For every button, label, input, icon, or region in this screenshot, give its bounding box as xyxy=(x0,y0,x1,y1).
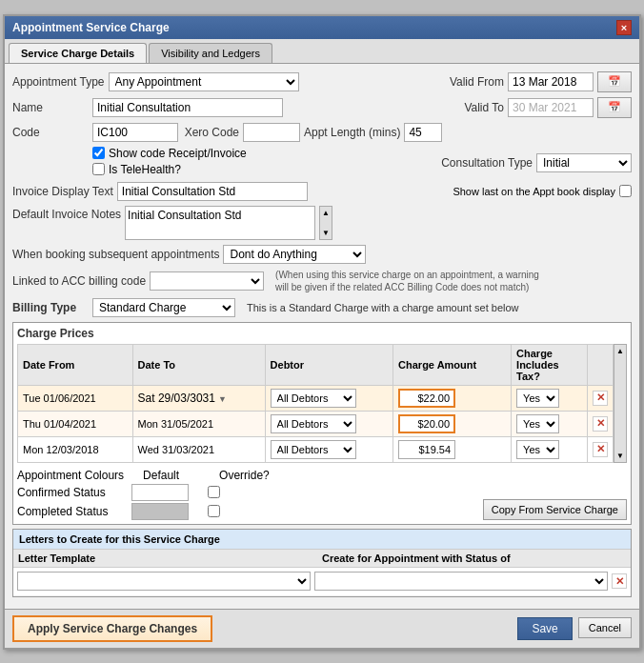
copy-from-service-charge-button[interactable]: Copy From Service Charge xyxy=(483,499,627,520)
save-button[interactable]: Save xyxy=(517,617,572,640)
row1-charge-input[interactable] xyxy=(398,389,455,408)
checkboxes-row: Show code Receipt/Invoice Is TeleHealth?… xyxy=(12,147,632,179)
charge-prices-title: Charge Prices xyxy=(17,327,627,340)
default-invoice-notes-row: Default Invoice Notes ▲ ▼ xyxy=(12,206,632,240)
xero-code-input[interactable] xyxy=(243,123,300,142)
confirmed-override-checkbox[interactable] xyxy=(208,486,220,498)
col-date-from: Date From xyxy=(18,344,133,385)
valid-to-label: Valid To xyxy=(447,101,504,114)
is-telehealth-checkbox[interactable] xyxy=(92,163,105,175)
row3-includes-tax: Yes xyxy=(512,436,588,462)
col-charge-amount: Charge Amount xyxy=(393,344,512,385)
row1-tax-select[interactable]: Yes xyxy=(516,389,559,408)
row2-tax-select[interactable]: Yes xyxy=(516,414,559,433)
completed-status-row: Completed Status xyxy=(17,503,483,520)
row3-delete: ✕ xyxy=(588,436,614,462)
row1-debtor-select[interactable]: All Debtors xyxy=(271,389,356,408)
default-col-label: Default xyxy=(143,469,200,482)
code-row: Code Xero Code Appt Length (mins) xyxy=(12,123,632,142)
show-last-appt-checkbox[interactable] xyxy=(619,185,632,197)
xero-code-label: Xero Code xyxy=(182,126,239,139)
confirmed-color-box[interactable] xyxy=(131,484,189,501)
table-row: Mon 12/03/2018 Wed 31/03/2021 All Debtor… xyxy=(18,436,614,462)
valid-from-calendar-button[interactable]: 📅 xyxy=(597,71,632,92)
footer-right-buttons: Save Cancel xyxy=(517,617,632,640)
row2-debtor-select[interactable]: All Debtors xyxy=(271,414,356,433)
letters-section-title: Letters to Create for this Service Charg… xyxy=(13,530,631,550)
footer: Apply Service Charge Changes Save Cancel xyxy=(5,609,639,648)
code-input[interactable] xyxy=(92,123,178,142)
row1-debtor: All Debtors xyxy=(265,385,393,411)
appointment-type-label: Appointment Type xyxy=(12,75,105,89)
billing-type-select[interactable]: Standard Charge xyxy=(92,298,235,317)
row2-charge-input[interactable] xyxy=(398,414,455,433)
apply-service-charge-button[interactable]: Apply Service Charge Changes xyxy=(12,615,212,642)
appointment-type-select[interactable]: Any Appointment xyxy=(109,72,299,91)
colours-left: Appointment Colours Default Override? Co… xyxy=(17,469,483,520)
letters-header: Letter Template Create for Appointment w… xyxy=(13,550,631,568)
show-code-receipt-checkbox[interactable] xyxy=(92,147,105,159)
valid-to-calendar-button[interactable]: 📅 xyxy=(597,97,632,118)
name-row: Name Valid To 📅 xyxy=(12,97,632,118)
consultation-type-label: Consultation Type xyxy=(441,156,533,170)
row2-debtor: All Debtors xyxy=(265,411,393,436)
table-row: Tue 01/06/2021 Sat 29/03/3031 ▼ All Debt… xyxy=(18,385,614,411)
linked-acc-select[interactable] xyxy=(150,271,264,291)
row2-date-from: Thu 01/04/2021 xyxy=(18,411,133,436)
row1-delete-button[interactable]: ✕ xyxy=(593,391,608,406)
when-booking-select[interactable]: Dont do Anything xyxy=(223,245,366,264)
valid-to-input[interactable] xyxy=(508,98,594,117)
row2-delete-button[interactable]: ✕ xyxy=(593,416,608,432)
valid-from-input[interactable] xyxy=(508,72,594,91)
form-content: Appointment Type Any Appointment Valid F… xyxy=(5,64,639,609)
colours-headers: Appointment Colours Default Override? xyxy=(17,469,483,482)
cancel-button[interactable]: Cancel xyxy=(578,617,632,638)
charge-table-header: Date From Date To Debtor Charge Amount C… xyxy=(18,344,614,385)
row3-debtor: All Debtors xyxy=(265,436,393,462)
is-telehealth-row: Is TeleHealth? xyxy=(92,163,422,176)
confirmed-status-row: Confirmed Status xyxy=(17,484,483,501)
linked-acc-row: Linked to ACC billing code (When using t… xyxy=(12,269,632,293)
default-invoice-notes-textarea[interactable] xyxy=(125,206,315,240)
completed-override-checkbox[interactable] xyxy=(208,505,220,517)
show-code-receipt-label: Show code Receipt/Invoice xyxy=(109,147,247,160)
name-label: Name xyxy=(12,101,89,114)
confirmed-status-label: Confirmed Status xyxy=(17,486,112,499)
tab-visibility-and-ledgers[interactable]: Visibility and Ledgers xyxy=(149,43,272,63)
sort-icon: ▼ xyxy=(218,394,227,404)
main-window: Appointment Service Charge × Service Cha… xyxy=(3,14,641,650)
consultation-type-select[interactable]: Initial xyxy=(536,153,632,172)
when-booking-label: When booking subsequent appointments xyxy=(12,248,219,261)
completed-color-box[interactable] xyxy=(131,503,189,520)
appt-colours-title: Appointment Colours xyxy=(17,469,124,482)
linked-acc-label: Linked to ACC billing code xyxy=(12,274,146,288)
invoice-display-label: Invoice Display Text xyxy=(12,185,113,198)
valid-from-label: Valid From xyxy=(447,75,504,89)
invoice-display-input[interactable] xyxy=(117,182,308,201)
row1-date-from: Tue 01/06/2021 xyxy=(18,385,133,411)
row3-charge-input[interactable] xyxy=(398,440,455,459)
name-input[interactable] xyxy=(92,98,283,117)
letters-data-row: ✕ xyxy=(13,568,631,596)
code-label: Code xyxy=(12,126,89,139)
acc-warning-text: (When using this service charge on an ap… xyxy=(275,269,542,293)
table-scrollbar[interactable]: ▲ ▼ xyxy=(614,344,627,463)
close-button[interactable]: × xyxy=(616,20,632,35)
row3-debtor-select[interactable]: All Debtors xyxy=(271,440,356,459)
row1-date-to: Sat 29/03/3031 ▼ xyxy=(132,385,265,411)
default-invoice-notes-label: Default Invoice Notes xyxy=(12,208,121,221)
tab-service-charge-details[interactable]: Service Charge Details xyxy=(9,43,147,63)
row3-tax-select[interactable]: Yes xyxy=(516,440,559,459)
letter-status-select[interactable] xyxy=(314,572,608,591)
appt-length-input[interactable] xyxy=(404,123,442,142)
letters-col1-header: Letter Template xyxy=(18,552,322,564)
appointment-colours-section: Appointment Colours Default Override? Co… xyxy=(17,469,627,520)
row3-date-from: Mon 12/03/2018 xyxy=(18,436,133,462)
letter-template-select[interactable] xyxy=(17,572,311,591)
show-last-appt-label: Show last on the Appt book display xyxy=(453,186,615,197)
row3-date-to: Wed 31/03/2021 xyxy=(132,436,265,462)
col-action xyxy=(588,344,614,385)
row3-delete-button[interactable]: ✕ xyxy=(593,442,608,457)
billing-type-label: Billing Type xyxy=(12,301,89,314)
letter-delete-button[interactable]: ✕ xyxy=(612,573,627,589)
